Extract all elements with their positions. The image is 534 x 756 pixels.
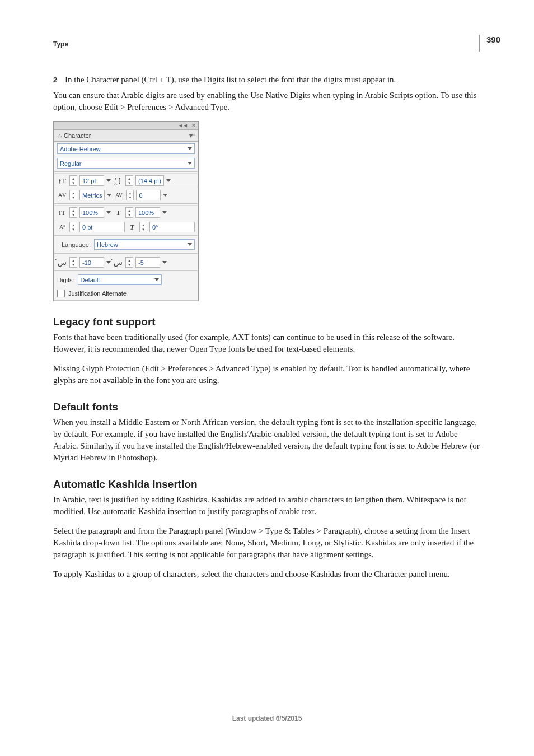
skew-icon: T [127,222,137,232]
footer-updated: Last updated 6/5/2015 [0,715,534,722]
font-size-field[interactable]: 12 pt [79,175,104,186]
running-head: Type [53,40,484,48]
tracking-icon: AV [114,190,124,200]
hscale-spinner[interactable]: ▲▼ [125,207,133,218]
baseline-icon: Aª [57,222,67,232]
vscale-spinner[interactable]: ▲▼ [69,207,77,218]
heading-defaults: Default fonts [53,401,484,413]
diacritic-right-field[interactable]: -5 [135,257,160,268]
svg-text:A: A [114,181,117,185]
panel-tab-label: Character [64,132,91,139]
kerning-spinner[interactable]: ▲▼ [69,190,77,200]
legacy-p2: Missing Glyph Protection (Edit > Prefere… [53,363,484,386]
page-number: 390 [486,35,500,44]
leading-spinner[interactable]: ▲▼ [125,175,133,186]
dropdown-icon[interactable] [106,211,111,214]
dropdown-icon[interactable] [107,194,111,197]
skew-spinner[interactable]: ▲▼ [139,222,147,232]
font-size-spinner[interactable]: ▲▼ [69,175,77,186]
heading-kashida: Automatic Kashida insertion [53,478,484,491]
dropdown-icon[interactable] [106,261,111,264]
kerning-icon: A̲V [57,190,67,200]
character-panel: ◄◄ ✕ ◇Character ▾≡ Adobe Hebrew Regular … [53,121,199,301]
dropdown-icon[interactable] [162,211,167,214]
dropdown-icon[interactable] [163,194,167,197]
diamond-icon: ◇ [58,133,62,139]
tracking-field[interactable]: 0 [136,190,161,200]
diacritic-left-spinner[interactable]: ▲▼ [69,257,77,268]
panel-menu-icon[interactable]: ▾≡ [189,132,194,139]
panel-tab[interactable]: ◇Character ▾≡ [54,130,198,142]
digits-label: Digits: [57,277,74,283]
font-family-value: Adobe Hebrew [60,146,101,152]
dropdown-icon[interactable] [162,261,167,264]
step-number: 2 [53,76,57,84]
justification-alternate-checkbox[interactable] [57,290,65,297]
digits-select[interactable]: Default [78,274,162,285]
vscale-icon: IT [57,208,67,217]
diacritic-right-icon: س̇ [113,258,123,267]
font-style-select[interactable]: Regular [57,158,195,169]
language-label: Language: [57,241,91,248]
kerning-field[interactable]: Metrics [79,190,105,200]
defaults-p1: When you install a Middle Eastern or Nor… [53,417,484,464]
skew-field[interactable]: 0° [149,222,195,232]
leading-icon: AA [113,176,123,185]
kashida-p2: Select the paragraph and from the Paragr… [53,525,484,561]
page-number-wrap: 390 [479,35,500,52]
language-select[interactable]: Hebrew [94,239,195,250]
diacritic-right-spinner[interactable]: ▲▼ [125,257,133,268]
kashida-p1: In Arabic, text is justified by adding K… [53,494,484,517]
close-icon[interactable]: ✕ [191,123,196,128]
leading-field[interactable]: (14.4 pt) [135,175,164,186]
panel-titlebar: ◄◄ ✕ [54,122,198,130]
baseline-spinner[interactable]: ▲▼ [69,222,77,232]
digits-value: Default [81,277,100,283]
step-2: 2 In the Character panel (Ctrl + T), use… [53,74,484,85]
intro-paragraph: You can ensure that Arabic digits are us… [53,90,484,113]
font-style-value: Regular [60,160,82,167]
svg-text:A: A [114,177,117,181]
hscale-field[interactable]: 100% [135,207,160,218]
dropdown-icon[interactable] [166,179,171,182]
language-value: Hebrew [97,241,118,248]
font-size-icon: ƒT [57,176,67,185]
font-family-select[interactable]: Adobe Hebrew [57,143,195,154]
step-text: In the Character panel (Ctrl + T), use t… [65,75,396,84]
dropdown-icon[interactable] [106,179,111,182]
legacy-p1: Fonts that have been traditionally used … [53,332,484,355]
diacritic-left-icon: س̇ [57,258,67,267]
vscale-field[interactable]: 100% [79,207,104,218]
tracking-spinner[interactable]: ▲▼ [126,190,134,200]
heading-legacy: Legacy font support [53,316,484,328]
justification-alternate-label: Justification Alternate [68,290,127,297]
collapse-icon[interactable]: ◄◄ [178,123,188,128]
kashida-p3: To apply Kashidas to a group of characte… [53,568,484,580]
hscale-icon: T [113,208,123,217]
diacritic-left-field[interactable]: -10 [79,257,104,268]
baseline-field[interactable]: 0 pt [79,222,125,232]
